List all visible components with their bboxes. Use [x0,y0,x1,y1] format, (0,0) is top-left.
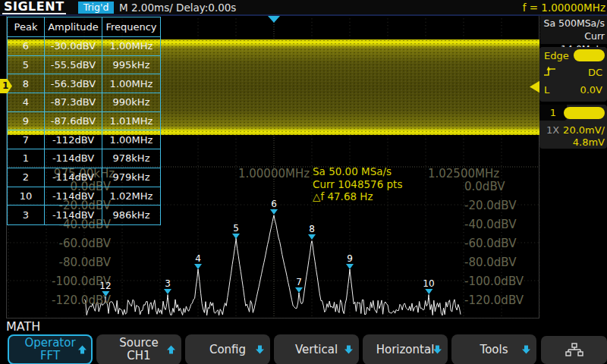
fft-points: Curr 1048576 pts [313,178,402,191]
peak-table-cell: -30.0dBV [45,37,102,56]
peak-marker-9: 9 [346,254,354,269]
menu-buttons: OperatorFFTSourceCH1ConfigVerticalHorizo… [8,334,536,364]
peak-table-cell: 979kHz [102,168,160,187]
peak-marker-triangle-icon [164,289,171,294]
peak-marker-triangle-icon [346,264,354,269]
peak-marker-triangle-icon [270,209,278,215]
menu-button-value: CH1 [119,350,159,362]
peak-table-cell: 10 [8,187,45,206]
dbv-tick-label: -100.0dBV [464,275,524,287]
rising-edge-icon [543,65,557,77]
peak-table-cell: 1.00MHz [102,130,160,149]
peak-marker-3: 3 [164,279,171,294]
peak-table-cell: -114dBV [45,168,102,187]
menu-button-label: Tools [480,344,508,356]
channel1-panel[interactable]: 1 DC1M 1X 20.0mV/ 4.8mV [539,105,607,149]
peak-table-header: Peak [8,17,45,37]
fft-trace [84,215,461,315]
arrow-down-icon [432,345,442,355]
peak-table-cell: 1.00MHz [102,37,160,56]
fft-delta-f: △f 47.68 Hz [313,190,402,203]
oscilloscope-screen: SIGLENT Trig'd M 2.00ms/ Delay:0.00s f =… [0,0,607,364]
dbv-tick-label: -100.0dBV [30,275,111,287]
channel1-scale: 20.0mV/ [563,124,605,136]
channel1-probe: 1X [546,124,559,136]
peak-marker-number: 9 [346,254,354,263]
fft-info-readout: Sa 50.00 MSa/s Curr 1048576 pts △f 47.68… [313,165,402,203]
frequency-tick-label: 1.02500MHz [428,168,499,180]
timebase-readout: M 2.00ms/ Delay:0.00s [119,2,236,14]
peak-table-cell: -112dBV [45,130,102,149]
peak-marker-number: 4 [194,254,202,263]
timebase-value: M 2.00ms/ [119,2,173,14]
dbv-tick-label: -40.0dBV [464,218,516,231]
menu-button-value: FFT [24,350,75,362]
dbv-tick-label: -20.0dBV [464,199,516,212]
peak-marker-number: 7 [295,278,303,287]
trigger-panel[interactable]: Edge CH1 DC L 0.0V [539,47,607,102]
dbv-tick-label: -60.0dBV [464,237,516,249]
dbv-tick-label: -120.0dBV [464,294,524,306]
peak-marker-triangle-icon [102,291,109,297]
peak-table-cell: 4 [8,93,45,112]
peak-table-cell: 7 [8,130,45,149]
frequency-counter: f = 1.00000MHz [523,2,605,14]
peak-table-cell: 978kHz [102,149,160,168]
bottom-menu-bar: MATH OperatorFFTSourceCH1ConfigVerticalH… [0,318,607,364]
peak-table-cell: 3 [8,206,45,224]
dbv-tick-label: -60.0dBV [30,237,111,249]
arrow-down-icon [344,345,354,355]
peak-marker-6: 6 [270,199,278,215]
peak-table-cell: 1.00MHz [102,74,160,93]
trigger-status-badge: Trig'd [78,2,114,14]
peak-table-cell: -114dBV [45,149,102,168]
trigger-source-badge: CH1 [574,49,605,61]
network-icon [565,343,584,358]
peak-marker-5: 5 [232,224,240,239]
peak-table-cell: 1.01MHz [102,112,160,131]
peak-marker-triangle-icon [232,234,240,239]
menu-button-config[interactable]: Config [185,334,270,364]
trigger-level-label: L [544,84,549,96]
peak-table-cell: -56.3dBV [45,74,102,93]
lan-status-button[interactable] [541,336,607,364]
trigger-coupling: DC [588,67,602,78]
menu-button-source[interactable]: SourceCH1 [96,334,181,364]
menu-button-vertical[interactable]: Vertical [274,334,359,364]
menu-button-label: Operator [24,337,75,350]
arrow-down-icon [255,345,265,355]
peak-table-cell: 1.02MHz [102,187,160,206]
peak-table-cell: -87.6dBV [45,112,102,131]
peak-marker-8: 8 [308,224,316,240]
peak-marker-12: 12 [99,281,111,297]
peak-table-cell: 8 [8,74,45,93]
peak-table-header: Frequency [102,17,160,37]
peak-table-cell: -87.3dBV [45,93,102,112]
peak-marker-number: 8 [308,224,316,234]
arrow-down-icon [521,345,531,355]
menu-button-tools[interactable]: Tools [451,334,536,364]
peak-table: PeakAmplitudeFrequency6-30.0dBV1.00MHz5-… [7,17,161,225]
dbv-tick-label: -80.0dBV [30,256,111,268]
dbv-tick-label: -120.0dBV [30,294,111,306]
peak-table-cell: 1 [8,149,45,168]
menu-button-label: Source [119,337,159,350]
arrow-up-icon [77,345,87,355]
channel1-number: 1 [539,105,567,121]
fft-sample-rate: Sa 50.00 MSa/s [313,165,402,178]
trigger-position-icon[interactable] [268,16,280,23]
peak-table-cell: 986kHz [102,206,160,224]
dbv-tick-label: 0.0dBV [464,180,505,193]
menu-button-operator[interactable]: OperatorFFT [8,334,93,364]
peak-marker-triangle-icon [425,289,432,294]
delay-value: Delay:0.00s [176,2,236,14]
dbv-tick-label: -80.0dBV [464,256,516,268]
menu-button-horizontal[interactable]: Horizontal [363,334,448,364]
peak-marker-number: 12 [99,281,111,290]
peak-table-cell: 6 [8,37,45,56]
peak-marker-7: 7 [295,278,303,293]
peak-marker-4: 4 [194,254,202,269]
peak-table-cell: 5 [8,56,45,75]
frequency-tick-label: 1.00000MHz [238,168,310,180]
acquisition-info-box: Sa 500MSa/s Curr 14.0Mpts [540,15,607,44]
